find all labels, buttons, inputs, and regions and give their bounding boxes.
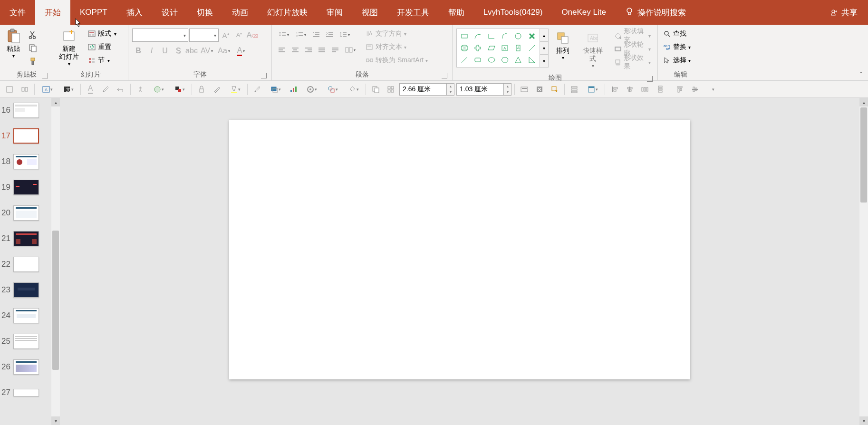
shape-oval-icon[interactable] bbox=[485, 54, 498, 66]
text-direction-button[interactable]: ||A文字方向▾ bbox=[362, 28, 431, 40]
t2-dist-v-button[interactable] bbox=[654, 83, 667, 96]
shape-circle-icon[interactable] bbox=[511, 30, 525, 42]
width-down-button[interactable]: ▾ bbox=[447, 89, 454, 95]
tab-animations[interactable]: 动画 bbox=[222, 0, 258, 25]
height-down-button[interactable]: ▾ bbox=[504, 89, 511, 95]
tab-developer[interactable]: 开发工具 bbox=[387, 0, 439, 25]
shape-plus-icon[interactable] bbox=[471, 42, 484, 54]
paragraph-dialog-launcher[interactable] bbox=[442, 73, 447, 78]
bold-button[interactable]: B bbox=[132, 45, 145, 57]
t2-btn-1[interactable] bbox=[3, 83, 16, 96]
t2-circle-button[interactable]: ▾ bbox=[149, 83, 168, 96]
t2-dropper2-button[interactable] bbox=[251, 83, 264, 96]
t2-fillcolor-button[interactable]: ▾ bbox=[170, 83, 189, 96]
underline-button[interactable]: U bbox=[159, 45, 171, 57]
height-input[interactable]: 1.03 厘米 bbox=[456, 83, 504, 96]
replace-button[interactable]: abac替换▾ bbox=[660, 41, 694, 53]
shape-triangle-icon[interactable] bbox=[511, 54, 525, 66]
tab-onekey[interactable]: OneKey Lite bbox=[552, 0, 616, 25]
t2-eyedropper-button[interactable] bbox=[99, 83, 112, 96]
slide-canvas[interactable] bbox=[229, 120, 690, 379]
t2-align-c-button[interactable] bbox=[623, 83, 637, 96]
gallery-more-button[interactable]: ▾ bbox=[540, 55, 548, 67]
section-button[interactable]: 节▾ bbox=[85, 54, 119, 67]
tab-insert[interactable]: 插入 bbox=[117, 0, 152, 25]
shape-rect-icon[interactable] bbox=[458, 30, 471, 42]
shadow-button[interactable]: S bbox=[172, 45, 184, 57]
align-text-button[interactable]: 对齐文本▾ bbox=[362, 41, 431, 53]
tab-help[interactable]: 帮助 bbox=[439, 0, 474, 25]
shape-line-icon[interactable] bbox=[525, 42, 539, 54]
tell-me-search[interactable]: 操作说明搜索 bbox=[625, 7, 686, 18]
align-center-button[interactable] bbox=[289, 44, 301, 56]
t2-text-button[interactable]: 文▾ bbox=[58, 83, 77, 96]
shape-roundrect-icon[interactable] bbox=[471, 54, 484, 66]
t2-window-button[interactable]: ▾ bbox=[583, 83, 602, 96]
distribute-button[interactable] bbox=[329, 44, 341, 56]
shape-effects-button[interactable]: 形状效果▾ bbox=[611, 56, 654, 68]
canvas-scroll-thumb[interactable] bbox=[860, 107, 867, 203]
increase-indent-button[interactable] bbox=[323, 29, 336, 41]
t2-brush2-button[interactable] bbox=[210, 83, 223, 96]
italic-button[interactable]: I bbox=[145, 45, 158, 57]
layout-button[interactable]: 版式▾ bbox=[85, 28, 119, 40]
tab-design[interactable]: 设计 bbox=[152, 0, 187, 25]
shape-cylinder-icon[interactable] bbox=[458, 42, 471, 54]
canvas-scrollbar[interactable]: ▴ ▾ bbox=[859, 98, 868, 425]
t2-click-button[interactable] bbox=[548, 83, 561, 96]
shapes-gallery[interactable]: A A bbox=[456, 29, 540, 68]
t2-dist-h-button[interactable] bbox=[638, 83, 652, 96]
font-size-combo[interactable]: ▾ bbox=[189, 29, 219, 42]
justify-button[interactable] bbox=[316, 44, 328, 56]
find-button[interactable]: 查找 bbox=[660, 28, 694, 40]
shape-line2-icon[interactable] bbox=[458, 54, 471, 66]
t2-close-button[interactable] bbox=[533, 83, 546, 96]
new-slide-button[interactable]: 新建 幻灯片 ▾ bbox=[55, 27, 83, 68]
t2-textbox-button[interactable]: A▾ bbox=[38, 83, 57, 96]
columns-button[interactable]: ▾ bbox=[342, 44, 358, 56]
tab-lvyhtools[interactable]: LvyhTools(0429) bbox=[474, 0, 552, 25]
t2-donut-button[interactable]: ▾ bbox=[302, 83, 321, 96]
font-color-button[interactable]: A▾ bbox=[233, 45, 249, 57]
t2-align-l-button[interactable] bbox=[608, 83, 621, 96]
t2-rotate-button[interactable]: ▾ bbox=[344, 83, 363, 96]
t2-undo-button[interactable] bbox=[114, 83, 127, 96]
t2-shapes2-button[interactable]: ▾ bbox=[323, 83, 342, 96]
numbering-button[interactable]: 12▾ bbox=[293, 29, 309, 41]
t2-align-t-button[interactable] bbox=[673, 83, 686, 96]
width-input[interactable]: 2.66 厘米 bbox=[399, 83, 447, 96]
t2-bars-button[interactable] bbox=[568, 83, 581, 96]
drawing-dialog-launcher[interactable] bbox=[647, 76, 653, 82]
shape-hexagon-icon[interactable] bbox=[498, 54, 511, 66]
bullets-button[interactable]: ▾ bbox=[276, 29, 292, 41]
arrange-button[interactable]: 排列 ▾ bbox=[551, 29, 574, 62]
canvas-scroll-up-button[interactable]: ▴ bbox=[859, 98, 868, 106]
t2-copy2-button[interactable] bbox=[369, 83, 382, 96]
tab-transitions[interactable]: 切换 bbox=[187, 0, 222, 25]
shape-arc-icon[interactable] bbox=[498, 30, 511, 42]
t2-btn-2[interactable] bbox=[18, 83, 31, 96]
paste-button[interactable]: 粘贴 ▾ bbox=[2, 27, 25, 60]
t2-fontcolor-button[interactable]: A bbox=[84, 83, 97, 96]
shape-curve-icon[interactable] bbox=[471, 30, 484, 42]
t2-chart-button[interactable] bbox=[287, 83, 300, 96]
shape-parallelogram-icon[interactable] bbox=[485, 42, 498, 54]
canvas-scroll-down-button[interactable]: ▾ bbox=[859, 416, 868, 425]
char-spacing-button[interactable]: AV▾ bbox=[199, 45, 215, 57]
align-right-button[interactable] bbox=[302, 44, 315, 56]
decrease-font-button[interactable]: A▾ bbox=[233, 29, 245, 41]
t2-pin-button[interactable] bbox=[134, 83, 147, 96]
decrease-indent-button[interactable] bbox=[310, 29, 322, 41]
change-case-button[interactable]: Aa▾ bbox=[216, 45, 232, 57]
slide-canvas-area[interactable] bbox=[60, 98, 859, 425]
shape-textbox-icon[interactable]: A bbox=[498, 42, 511, 54]
clipboard-dialog-launcher[interactable] bbox=[42, 73, 48, 78]
smartart-button[interactable]: 转换为 SmartArt▾ bbox=[362, 54, 431, 67]
height-up-button[interactable]: ▴ bbox=[504, 84, 511, 89]
shape-x-icon[interactable] bbox=[525, 30, 539, 42]
gallery-up-button[interactable]: ▴ bbox=[540, 29, 548, 42]
thumbnails-scrollbar[interactable]: ▴ ▾ bbox=[51, 98, 60, 425]
tab-slideshow[interactable]: 幻灯片放映 bbox=[258, 0, 317, 25]
t2-align-m-button[interactable] bbox=[688, 83, 702, 96]
line-spacing-button[interactable]: ▾ bbox=[337, 29, 353, 41]
